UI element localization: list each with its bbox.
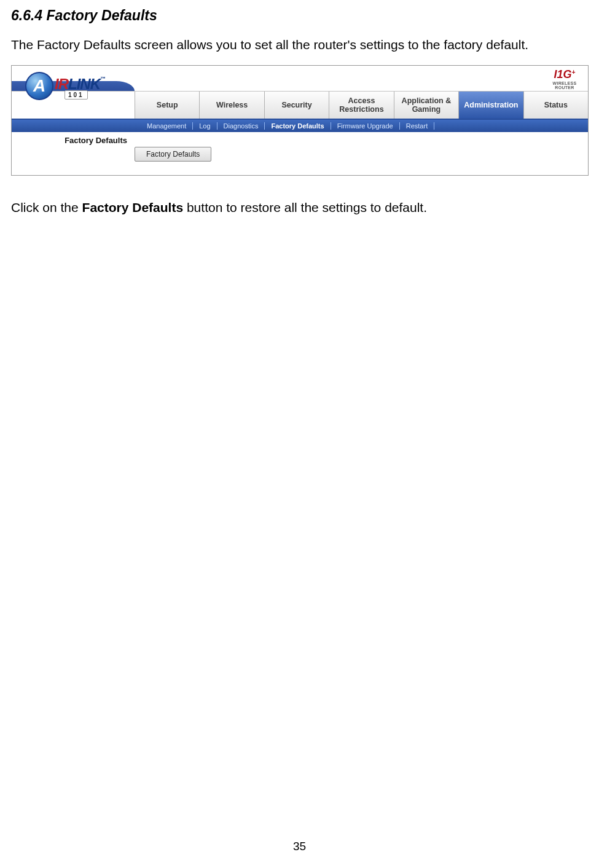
section-heading: 6.6.4 Factory Defaults <box>11 7 588 24</box>
subnav-restart[interactable]: Restart <box>401 122 433 130</box>
instruction-post: button to restore all the settings to de… <box>183 200 427 214</box>
logo-tm: ™ <box>100 76 105 82</box>
logo-a-icon: A <box>26 73 52 99</box>
router-admin-screenshot: A IRLINK™ 101 I1G+ WIRELESS ROUTER Setup… <box>11 65 589 176</box>
tab-access-restrictions[interactable]: Access Restrictions <box>329 92 393 119</box>
airlink-logo: A IRLINK™ 101 <box>25 72 117 110</box>
logo-text-ir: IR <box>55 76 68 92</box>
logo-101-badge: 101 <box>65 90 88 100</box>
tab-wireless[interactable]: Wireless <box>199 92 264 119</box>
subnav-log[interactable]: Log <box>194 122 215 130</box>
tab-status[interactable]: Status <box>523 92 588 119</box>
instruction-pre: Click on the <box>11 200 82 214</box>
tab-security[interactable]: Security <box>264 92 329 119</box>
subnav-diagnostics[interactable]: Diagnostics <box>219 122 264 130</box>
subnav-factory-defaults[interactable]: Factory Defaults <box>266 122 329 130</box>
wireless-router-badge: I1G+ WIRELESS ROUTER <box>545 68 584 90</box>
instruction-bold: Factory Defaults <box>82 200 184 214</box>
badge-g: I1G <box>554 68 572 80</box>
instruction-paragraph: Click on the Factory Defaults button to … <box>11 199 588 216</box>
logo-text-link: LINK <box>68 76 100 92</box>
factory-defaults-button[interactable]: Factory Defaults <box>135 147 211 162</box>
badge-sup: + <box>572 69 576 76</box>
tab-administration[interactable]: Administration <box>458 92 523 119</box>
tab-application-gaming[interactable]: Application & Gaming <box>394 92 458 119</box>
page-side-label: Factory Defaults <box>12 132 135 175</box>
intro-paragraph: The Factory Defaults screen allows you t… <box>11 36 588 53</box>
page-number: 35 <box>0 840 599 853</box>
subnav-management[interactable]: Management <box>142 122 191 130</box>
badge-line: WIRELESS ROUTER <box>545 81 584 90</box>
sub-nav: Management Log Diagnostics Factory Defau… <box>12 120 588 132</box>
subnav-firmware-upgrade[interactable]: Firmware Upgrade <box>332 122 398 130</box>
tab-setup[interactable]: Setup <box>135 92 199 119</box>
